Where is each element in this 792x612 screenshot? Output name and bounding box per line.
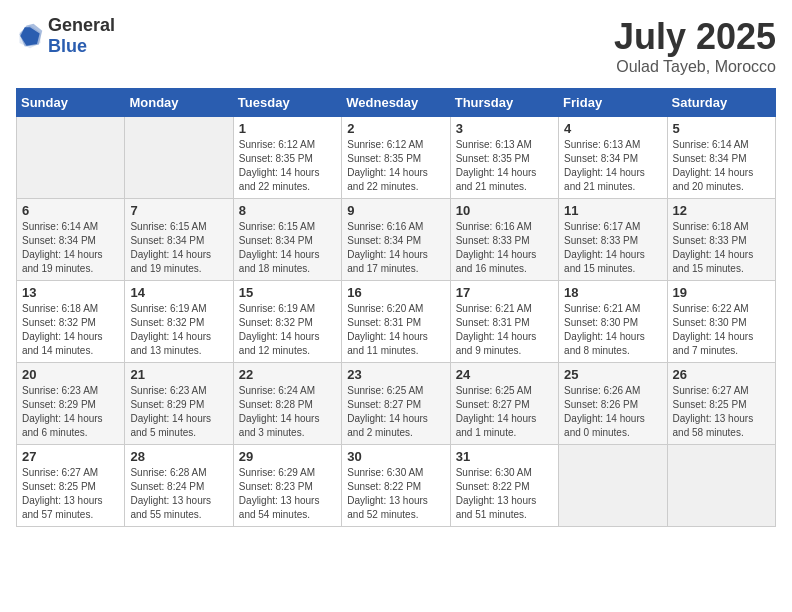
cell-info: Sunrise: 6:19 AM Sunset: 8:32 PM Dayligh…: [130, 302, 227, 358]
calendar-cell: 20Sunrise: 6:23 AM Sunset: 8:29 PM Dayli…: [17, 363, 125, 445]
cell-info: Sunrise: 6:30 AM Sunset: 8:22 PM Dayligh…: [347, 466, 444, 522]
cell-info: Sunrise: 6:13 AM Sunset: 8:35 PM Dayligh…: [456, 138, 553, 194]
logo: General Blue: [16, 16, 115, 57]
calendar-cell: 22Sunrise: 6:24 AM Sunset: 8:28 PM Dayli…: [233, 363, 341, 445]
calendar-cell: 24Sunrise: 6:25 AM Sunset: 8:27 PM Dayli…: [450, 363, 558, 445]
calendar-cell: 29Sunrise: 6:29 AM Sunset: 8:23 PM Dayli…: [233, 445, 341, 527]
calendar-cell: 18Sunrise: 6:21 AM Sunset: 8:30 PM Dayli…: [559, 281, 667, 363]
day-number: 30: [347, 449, 444, 464]
cell-info: Sunrise: 6:17 AM Sunset: 8:33 PM Dayligh…: [564, 220, 661, 276]
calendar-cell: 31Sunrise: 6:30 AM Sunset: 8:22 PM Dayli…: [450, 445, 558, 527]
day-number: 23: [347, 367, 444, 382]
cell-info: Sunrise: 6:12 AM Sunset: 8:35 PM Dayligh…: [347, 138, 444, 194]
weekday-header: Wednesday: [342, 89, 450, 117]
day-number: 24: [456, 367, 553, 382]
calendar-cell: 16Sunrise: 6:20 AM Sunset: 8:31 PM Dayli…: [342, 281, 450, 363]
calendar-cell: 4Sunrise: 6:13 AM Sunset: 8:34 PM Daylig…: [559, 117, 667, 199]
day-number: 28: [130, 449, 227, 464]
day-number: 13: [22, 285, 119, 300]
logo-general: General: [48, 16, 115, 36]
calendar-cell: [559, 445, 667, 527]
cell-info: Sunrise: 6:27 AM Sunset: 8:25 PM Dayligh…: [22, 466, 119, 522]
day-number: 26: [673, 367, 770, 382]
cell-info: Sunrise: 6:15 AM Sunset: 8:34 PM Dayligh…: [130, 220, 227, 276]
calendar-cell: 25Sunrise: 6:26 AM Sunset: 8:26 PM Dayli…: [559, 363, 667, 445]
day-number: 6: [22, 203, 119, 218]
calendar-cell: 5Sunrise: 6:14 AM Sunset: 8:34 PM Daylig…: [667, 117, 775, 199]
cell-info: Sunrise: 6:15 AM Sunset: 8:34 PM Dayligh…: [239, 220, 336, 276]
day-number: 7: [130, 203, 227, 218]
day-number: 4: [564, 121, 661, 136]
day-number: 16: [347, 285, 444, 300]
calendar-cell: 12Sunrise: 6:18 AM Sunset: 8:33 PM Dayli…: [667, 199, 775, 281]
day-number: 8: [239, 203, 336, 218]
day-number: 29: [239, 449, 336, 464]
calendar-cell: 17Sunrise: 6:21 AM Sunset: 8:31 PM Dayli…: [450, 281, 558, 363]
day-number: 5: [673, 121, 770, 136]
day-number: 18: [564, 285, 661, 300]
calendar-cell: 14Sunrise: 6:19 AM Sunset: 8:32 PM Dayli…: [125, 281, 233, 363]
cell-info: Sunrise: 6:28 AM Sunset: 8:24 PM Dayligh…: [130, 466, 227, 522]
day-number: 22: [239, 367, 336, 382]
day-number: 10: [456, 203, 553, 218]
weekday-header: Friday: [559, 89, 667, 117]
calendar-table: SundayMondayTuesdayWednesdayThursdayFrid…: [16, 88, 776, 527]
day-number: 19: [673, 285, 770, 300]
cell-info: Sunrise: 6:14 AM Sunset: 8:34 PM Dayligh…: [673, 138, 770, 194]
day-number: 31: [456, 449, 553, 464]
cell-info: Sunrise: 6:24 AM Sunset: 8:28 PM Dayligh…: [239, 384, 336, 440]
calendar-cell: [17, 117, 125, 199]
calendar-cell: 15Sunrise: 6:19 AM Sunset: 8:32 PM Dayli…: [233, 281, 341, 363]
day-number: 21: [130, 367, 227, 382]
day-number: 27: [22, 449, 119, 464]
calendar-cell: 26Sunrise: 6:27 AM Sunset: 8:25 PM Dayli…: [667, 363, 775, 445]
day-number: 17: [456, 285, 553, 300]
calendar-cell: 1Sunrise: 6:12 AM Sunset: 8:35 PM Daylig…: [233, 117, 341, 199]
weekday-header: Saturday: [667, 89, 775, 117]
day-number: 11: [564, 203, 661, 218]
cell-info: Sunrise: 6:23 AM Sunset: 8:29 PM Dayligh…: [22, 384, 119, 440]
cell-info: Sunrise: 6:25 AM Sunset: 8:27 PM Dayligh…: [456, 384, 553, 440]
calendar-cell: 9Sunrise: 6:16 AM Sunset: 8:34 PM Daylig…: [342, 199, 450, 281]
day-number: 2: [347, 121, 444, 136]
calendar-week-row: 13Sunrise: 6:18 AM Sunset: 8:32 PM Dayli…: [17, 281, 776, 363]
calendar-cell: 13Sunrise: 6:18 AM Sunset: 8:32 PM Dayli…: [17, 281, 125, 363]
day-number: 3: [456, 121, 553, 136]
day-number: 1: [239, 121, 336, 136]
cell-info: Sunrise: 6:16 AM Sunset: 8:34 PM Dayligh…: [347, 220, 444, 276]
logo-text: General Blue: [48, 16, 115, 57]
day-number: 12: [673, 203, 770, 218]
day-number: 20: [22, 367, 119, 382]
cell-info: Sunrise: 6:30 AM Sunset: 8:22 PM Dayligh…: [456, 466, 553, 522]
calendar-cell: 7Sunrise: 6:15 AM Sunset: 8:34 PM Daylig…: [125, 199, 233, 281]
calendar-cell: 19Sunrise: 6:22 AM Sunset: 8:30 PM Dayli…: [667, 281, 775, 363]
cell-info: Sunrise: 6:20 AM Sunset: 8:31 PM Dayligh…: [347, 302, 444, 358]
cell-info: Sunrise: 6:23 AM Sunset: 8:29 PM Dayligh…: [130, 384, 227, 440]
weekday-header-row: SundayMondayTuesdayWednesdayThursdayFrid…: [17, 89, 776, 117]
weekday-header: Tuesday: [233, 89, 341, 117]
calendar-cell: 23Sunrise: 6:25 AM Sunset: 8:27 PM Dayli…: [342, 363, 450, 445]
title-block: July 2025 Oulad Tayeb, Morocco: [614, 16, 776, 76]
logo-blue: Blue: [48, 36, 87, 56]
calendar-cell: 21Sunrise: 6:23 AM Sunset: 8:29 PM Dayli…: [125, 363, 233, 445]
cell-info: Sunrise: 6:21 AM Sunset: 8:30 PM Dayligh…: [564, 302, 661, 358]
calendar-cell: 8Sunrise: 6:15 AM Sunset: 8:34 PM Daylig…: [233, 199, 341, 281]
cell-info: Sunrise: 6:19 AM Sunset: 8:32 PM Dayligh…: [239, 302, 336, 358]
cell-info: Sunrise: 6:18 AM Sunset: 8:32 PM Dayligh…: [22, 302, 119, 358]
calendar-cell: 27Sunrise: 6:27 AM Sunset: 8:25 PM Dayli…: [17, 445, 125, 527]
cell-info: Sunrise: 6:26 AM Sunset: 8:26 PM Dayligh…: [564, 384, 661, 440]
calendar-cell: 10Sunrise: 6:16 AM Sunset: 8:33 PM Dayli…: [450, 199, 558, 281]
calendar-week-row: 20Sunrise: 6:23 AM Sunset: 8:29 PM Dayli…: [17, 363, 776, 445]
calendar-cell: 3Sunrise: 6:13 AM Sunset: 8:35 PM Daylig…: [450, 117, 558, 199]
calendar-cell: 30Sunrise: 6:30 AM Sunset: 8:22 PM Dayli…: [342, 445, 450, 527]
calendar-week-row: 27Sunrise: 6:27 AM Sunset: 8:25 PM Dayli…: [17, 445, 776, 527]
logo-icon: [16, 22, 44, 50]
month-title: July 2025: [614, 16, 776, 58]
cell-info: Sunrise: 6:27 AM Sunset: 8:25 PM Dayligh…: [673, 384, 770, 440]
calendar-cell: [125, 117, 233, 199]
calendar-week-row: 6Sunrise: 6:14 AM Sunset: 8:34 PM Daylig…: [17, 199, 776, 281]
location-title: Oulad Tayeb, Morocco: [614, 58, 776, 76]
weekday-header: Sunday: [17, 89, 125, 117]
calendar-cell: 11Sunrise: 6:17 AM Sunset: 8:33 PM Dayli…: [559, 199, 667, 281]
cell-info: Sunrise: 6:13 AM Sunset: 8:34 PM Dayligh…: [564, 138, 661, 194]
